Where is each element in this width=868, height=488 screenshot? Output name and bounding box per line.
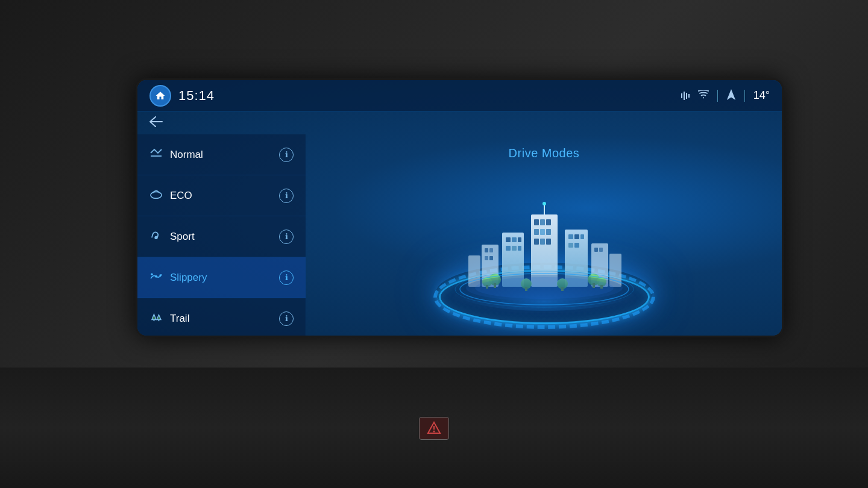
slippery-mode-icon	[149, 271, 163, 284]
city-visualization	[430, 166, 659, 335]
drive-mode-slippery[interactable]: Slippery ℹ	[137, 257, 306, 298]
outside-temperature: 14°	[753, 89, 770, 102]
top-bar-right: 14°	[681, 89, 770, 102]
sport-mode-icon	[149, 230, 163, 243]
time-display: 15:14	[178, 88, 215, 104]
signal-adjust-icon	[681, 92, 690, 100]
svg-rect-37	[574, 243, 579, 248]
svg-marker-10	[157, 314, 161, 319]
svg-point-24	[542, 202, 546, 205]
divider-1	[717, 90, 718, 102]
svg-rect-29	[506, 246, 511, 251]
svg-rect-36	[568, 243, 573, 248]
normal-mode-icon	[149, 148, 163, 161]
right-panel: Drive Modes	[306, 134, 782, 336]
svg-rect-41	[485, 256, 488, 260]
svg-point-5	[151, 274, 153, 276]
svg-rect-18	[540, 229, 545, 235]
mode-eco-left: ECO	[149, 189, 192, 202]
eco-mode-label: ECO	[170, 190, 192, 202]
sport-mode-label: Sport	[170, 231, 195, 243]
svg-rect-17	[534, 229, 539, 235]
trail-mode-label: Trail	[170, 313, 189, 325]
divider-2	[744, 90, 745, 102]
svg-rect-14	[534, 219, 539, 225]
svg-rect-22	[546, 239, 551, 245]
svg-rect-45	[599, 248, 603, 252]
svg-point-4	[155, 237, 157, 239]
wifi-icon	[698, 90, 709, 101]
sport-info-icon[interactable]: ℹ	[279, 230, 294, 244]
drive-mode-sport[interactable]: Sport ℹ	[137, 216, 306, 257]
svg-rect-26	[506, 237, 511, 242]
drive-mode-trail[interactable]: Trail ℹ	[137, 298, 306, 337]
top-bar: 15:14	[137, 80, 782, 111]
navigation-icon	[726, 89, 736, 102]
eco-mode-icon	[149, 189, 163, 202]
svg-rect-15	[540, 219, 545, 225]
svg-rect-34	[574, 234, 579, 239]
svg-rect-27	[512, 237, 517, 242]
trail-info-icon[interactable]: ℹ	[279, 311, 294, 326]
mode-slippery-left: Slippery	[149, 271, 207, 284]
normal-mode-label: Normal	[170, 149, 203, 161]
normal-info-icon[interactable]: ℹ	[279, 148, 294, 162]
svg-point-61	[475, 277, 614, 299]
infotainment-screen: 15:14	[136, 78, 784, 337]
main-content: Normal ℹ ECO ℹ	[137, 134, 782, 336]
svg-marker-8	[152, 314, 156, 320]
svg-rect-44	[594, 248, 598, 252]
svg-point-7	[159, 274, 162, 277]
mode-normal-left: Normal	[149, 148, 203, 161]
slippery-info-icon[interactable]: ℹ	[279, 271, 294, 285]
svg-point-3	[151, 192, 162, 198]
trail-mode-icon	[149, 312, 163, 325]
drive-modes-title: Drive Modes	[509, 146, 580, 160]
svg-rect-19	[546, 229, 551, 235]
eco-info-icon[interactable]: ℹ	[279, 189, 294, 203]
hazard-button[interactable]	[419, 417, 449, 440]
back-button[interactable]	[149, 116, 163, 130]
svg-rect-16	[546, 219, 551, 225]
svg-point-82	[433, 431, 435, 433]
svg-point-0	[703, 97, 704, 98]
svg-rect-31	[518, 246, 521, 251]
mode-trail-left: Trail	[149, 312, 189, 325]
svg-rect-20	[534, 239, 539, 245]
svg-rect-30	[512, 246, 517, 251]
svg-rect-40	[489, 248, 493, 252]
home-button[interactable]	[149, 85, 171, 107]
svg-rect-35	[580, 234, 584, 239]
slippery-mode-label: Slippery	[170, 272, 207, 284]
top-bar-left: 15:14	[149, 85, 215, 107]
drive-mode-normal[interactable]: Normal ℹ	[137, 134, 306, 175]
svg-rect-28	[518, 237, 521, 242]
mode-sport-left: Sport	[149, 230, 195, 243]
svg-rect-33	[568, 234, 573, 239]
drive-mode-eco[interactable]: ECO ℹ	[137, 175, 306, 216]
svg-rect-21	[540, 239, 545, 245]
city-svg	[442, 178, 647, 311]
svg-marker-1	[727, 89, 735, 100]
svg-point-6	[155, 275, 157, 278]
back-row	[137, 111, 782, 134]
drive-modes-list: Normal ℹ ECO ℹ	[137, 134, 306, 336]
svg-rect-42	[489, 256, 493, 260]
svg-rect-39	[485, 248, 488, 252]
